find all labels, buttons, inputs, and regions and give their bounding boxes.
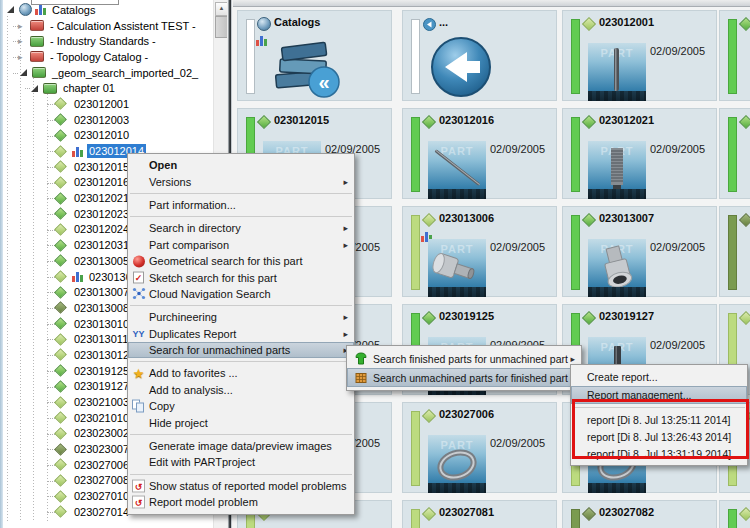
menu-item-report-di-8-jul-13-26-43-2014[interactable]: report [Di 8. Jul 13:26:43 2014] — [571, 428, 747, 445]
context-menu: OpenVersions▸Part information...Search i… — [127, 153, 355, 515]
menu-item-show-status-of-reported-model-problems[interactable]: ↺Show status of reported model problems — [128, 478, 354, 494]
menu-item-cloud-navigation-search[interactable]: Cloud Navigation Search — [128, 286, 354, 302]
tile-date: 02/09/2005 — [490, 241, 545, 253]
menu-item-label: report [Di 8. Jul 13:26:43 2014] — [587, 431, 731, 443]
menu-item-search-unmachined-parts-for-finished-part[interactable]: Search unmachined parts for finished par… — [347, 368, 581, 387]
menu-item-add-to-analysis[interactable]: Add to analysis... — [128, 382, 354, 398]
collapse-arrow-icon[interactable] — [20, 69, 27, 76]
menu-item-report-di-8-jul-13-31-19-2014[interactable]: report [Di 8. Jul 13:31:19 2014] — [571, 445, 747, 462]
menu-item-label: Search unmachined parts for finished par… — [373, 372, 568, 384]
menu-item-label: Geometrical search for this part — [149, 255, 302, 267]
part-thumbnail: PART — [588, 141, 646, 199]
menu-item-hide-project[interactable]: Hide project — [128, 414, 354, 430]
copy-icon — [130, 399, 147, 414]
menu-item-geometrical-search-for-this-part[interactable]: Geometrical search for this part — [128, 253, 354, 269]
tile-sliver[interactable] — [719, 108, 750, 199]
tile-023027081[interactable]: 023027081 — [402, 500, 557, 528]
tree-item-023012003[interactable]: 023012003 — [3, 112, 213, 128]
classification-bar — [246, 19, 255, 94]
tile-023012016[interactable]: 02301201602/09/2005PART — [402, 108, 557, 199]
tree-item-chapter-01[interactable]: chapter 01 — [3, 80, 213, 96]
part-cube-icon — [54, 223, 67, 236]
tree-item-label: 023027010 — [72, 489, 131, 503]
menu-item-generate-image-data-preview-images[interactable]: Generate image data/preview images — [128, 438, 354, 454]
tree-item-label: 023027006 — [72, 458, 131, 472]
tree-item-label: 023013012 — [72, 348, 131, 362]
tile-023012001[interactable]: 02301200102/09/2005PART — [562, 10, 717, 101]
tile-sliver[interactable] — [719, 206, 750, 297]
tree-item-topology-catalog[interactable]: ▸- Topology Catalog - — [3, 49, 213, 65]
menu-item-label: Generate image data/preview images — [149, 440, 332, 452]
tile-label: 023027006 — [439, 408, 494, 420]
part-thumbnail: PART — [588, 239, 646, 297]
tile-023027006[interactable]: 02302700602/09/2005PART — [402, 402, 557, 493]
tile-catalogs[interactable]: Catalogs« — [237, 10, 392, 101]
collapse-arrow-icon[interactable] — [31, 85, 38, 92]
partsolutions-window: Catalogs▸- Calculation Assistent TEST -▸… — [0, 0, 750, 528]
menu-item-sketch-search-for-this-part[interactable]: ✓Sketch search for this part — [128, 269, 354, 285]
expand-arrow-icon[interactable]: ▸ — [18, 52, 28, 62]
menu-item-part-information[interactable]: Part information... — [128, 197, 354, 213]
part-cube-icon — [54, 427, 67, 440]
tile-label: 023019127 — [599, 310, 654, 322]
part-thumbnail: PART — [588, 43, 646, 101]
tree-item-catalogs[interactable]: Catalogs — [3, 2, 213, 18]
tree-item-023012010[interactable]: 023012010 — [3, 128, 213, 144]
geometry-sphere-icon — [130, 254, 147, 269]
part-thumbnail: PART — [428, 435, 486, 493]
menu-item-create-report[interactable]: Create report... — [571, 368, 747, 386]
part-cube-icon — [54, 145, 67, 158]
part-cube-icon — [54, 411, 67, 424]
grid-top-strip — [233, 0, 750, 7]
menu-item-copy[interactable]: Copy — [128, 398, 354, 414]
finished-part-icon — [352, 351, 369, 366]
expand-arrow-icon[interactable]: ▸ — [18, 36, 28, 46]
catalog-folder-icon — [30, 51, 44, 62]
tree-item-industry-standards[interactable]: ▸- Industry Standards - — [3, 33, 213, 49]
tile-item[interactable]: ... — [402, 10, 557, 101]
classification-bar — [728, 215, 737, 290]
tile-023013007[interactable]: 02301300702/09/2005PART — [562, 206, 717, 297]
part-cube-icon — [739, 17, 750, 31]
part-cube-icon — [582, 213, 596, 227]
tree-item-label: 023023002 — [72, 426, 131, 440]
tree-item-label: 023013007 — [72, 285, 131, 299]
tile-date: 02/09/2005 — [490, 143, 545, 155]
tree-item-label: _geom_search_imported_02_ — [50, 66, 200, 80]
back-arrow-image[interactable] — [429, 35, 493, 103]
menu-item-part-comparison[interactable]: Part comparison▸ — [128, 237, 354, 253]
menu-item-edit-with-partproject[interactable]: Edit with PARTproject — [128, 454, 354, 470]
menu-item-report-model-problem[interactable]: ↺Report model problem — [128, 494, 354, 510]
tile-label: 023013006 — [439, 212, 494, 224]
tile-023013006[interactable]: 02301300602/09/2005PART — [402, 206, 557, 297]
menu-item-search-for-unmachined-parts[interactable]: Search for unmachined parts▸ — [128, 342, 354, 358]
part-cube-icon — [54, 160, 67, 173]
tile-023027082[interactable]: 023027082 — [562, 500, 717, 528]
tile-sliver[interactable] — [719, 10, 750, 101]
sketch-icon: ✓ — [130, 270, 147, 285]
part-cube-icon — [257, 115, 271, 129]
menu-separator — [573, 407, 745, 408]
menu-item-search-finished-parts-for-unmachined-part[interactable]: Search finished parts for unmachined par… — [347, 349, 581, 368]
menu-item-report-management[interactable]: Report management... — [571, 386, 747, 404]
tree-item-calculation-assistent-test[interactable]: ▸- Calculation Assistent TEST - — [3, 18, 213, 34]
tree-item-label: 023012010 — [72, 128, 131, 142]
tile-023012021[interactable]: 02301202102/09/2005PART — [562, 108, 717, 199]
expand-arrow-icon[interactable]: ▸ — [18, 21, 28, 31]
menu-item-duplicates-report[interactable]: YYDuplicates Report▸ — [128, 326, 354, 342]
menu-item-report-di-8-jul-13-25-11-2014[interactable]: report [Di 8. Jul 13:25:11 2014] — [571, 411, 747, 428]
part-cube-icon — [582, 115, 596, 129]
menu-item-open[interactable]: Open — [128, 157, 354, 173]
svg-text:«: « — [318, 71, 329, 93]
tile-label: ... — [439, 16, 448, 28]
expand-arrow-icon[interactable] — [7, 6, 14, 13]
tile-sliver[interactable] — [719, 500, 750, 528]
tree-item-023012001[interactable]: 023012001 — [3, 96, 213, 112]
menu-item-versions[interactable]: Versions▸ — [128, 173, 354, 189]
tree-item-geom-search-imported-02[interactable]: _geom_search_imported_02_ — [3, 65, 213, 81]
menu-item-search-in-directory[interactable]: Search in directory▸ — [128, 220, 354, 236]
menu-item-purchineering[interactable]: Purchineering▸ — [128, 309, 354, 325]
tile-label: 023012001 — [599, 16, 654, 28]
menu-item-label: report [Di 8. Jul 13:25:11 2014] — [587, 414, 730, 426]
menu-item-add-to-favorites[interactable]: ★Add to favorites ... — [128, 365, 354, 381]
